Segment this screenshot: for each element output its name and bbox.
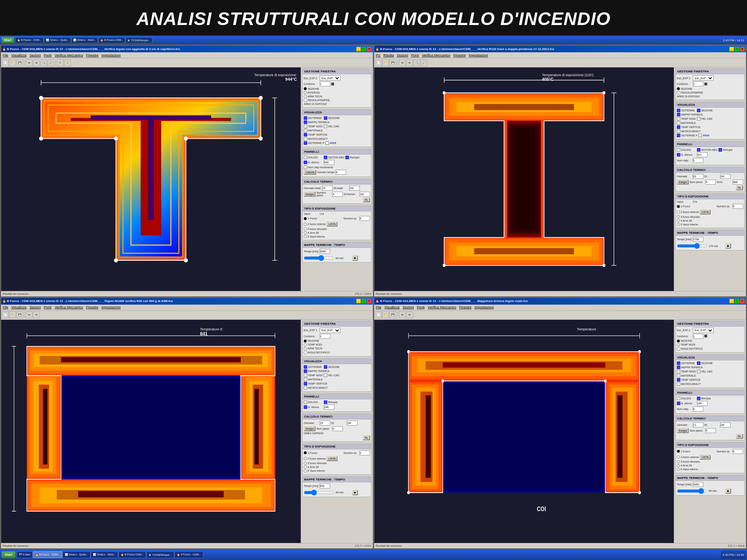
menu-impostazioni[interactable]: Impostazioni — [101, 53, 121, 57]
rp-passi[interactable] — [332, 192, 343, 197]
rp-giorni[interactable] — [322, 186, 333, 191]
rp-br-cont[interactable] — [693, 334, 703, 339]
tb-bl-3[interactable]: 💾 — [16, 311, 23, 318]
rp-bl-armi[interactable] — [304, 347, 307, 350]
rp-br-esc[interactable]: Esc_EXP 2 — [693, 328, 714, 333]
rp-tr-cb-mappa[interactable] — [677, 113, 680, 116]
rp-tr-cb-sol[interactable] — [677, 148, 680, 152]
rp-br-r5[interactable] — [677, 468, 680, 471]
panel-tl-canvas[interactable]: 174.8 441.5 1300 1200 1100 1000 900 — [1, 67, 301, 291]
tb-tr-6[interactable]: 🔍 — [413, 59, 420, 66]
minimize-btn-tr[interactable]: _ — [729, 47, 734, 52]
rp-cb-isoterme[interactable] — [304, 116, 307, 120]
tb-move[interactable]: ✋ — [64, 59, 71, 66]
menu-tr-finestre[interactable]: Finestre — [454, 53, 466, 57]
rp-cb-numer[interactable] — [304, 161, 307, 164]
rp-bl-v6[interactable] — [304, 378, 307, 381]
rp-br-p1[interactable] — [677, 397, 680, 400]
rp-bl-r5[interactable] — [304, 469, 307, 472]
rp-bl-dt[interactable] — [347, 421, 358, 425]
rp-bl-v4[interactable] — [304, 374, 307, 377]
rp-tr-dtn[interactable] — [733, 180, 743, 185]
rp-radio-fuoco[interactable] — [304, 217, 307, 220]
rp-cb-solido[interactable] — [304, 156, 307, 159]
rp-br-step[interactable] — [693, 407, 703, 411]
rp-tr-radio-sez[interactable] — [677, 87, 680, 90]
minimize-btn-br[interactable]: _ — [729, 299, 734, 303]
rp-calcola-btn[interactable]: Calcola — [304, 170, 316, 175]
rp-bl-nel[interactable] — [324, 405, 334, 410]
rp-tempo-val[interactable] — [336, 170, 346, 175]
menu-tr-impost[interactable]: Impostazioni — [469, 53, 488, 57]
rp-br-rl[interactable]: RL — [736, 434, 743, 439]
rp-num-rp[interactable] — [359, 216, 370, 221]
tb-item-fuoco2[interactable]: 🔥 B Fuoco-CDM... — [118, 551, 146, 558]
rp-numer-val[interactable] — [324, 160, 334, 165]
menu-bl-file[interactable]: File — [3, 305, 8, 309]
rp-tr-r-idr[interactable] — [677, 215, 680, 218]
rp-bl-p2[interactable] — [324, 400, 327, 404]
tb-open[interactable]: 📂 — [9, 59, 16, 66]
rp-br-rsez[interactable] — [677, 339, 680, 343]
rp-tr-cb-num[interactable] — [677, 153, 680, 156]
rp-bl-v3[interactable] — [304, 369, 307, 373]
tb-zoom-in[interactable]: 🔍 — [40, 59, 47, 66]
tb-bl-1[interactable]: 📄 — [2, 311, 9, 318]
menu-bl-ponti[interactable]: Ponti — [44, 305, 52, 309]
rp-br-v5[interactable] — [697, 370, 700, 373]
tb-br-5[interactable]: ➡ — [406, 311, 413, 318]
rp-br-v3[interactable] — [677, 366, 680, 369]
rp-radio-sezione[interactable] — [304, 87, 307, 90]
menu-tr-sezioni[interactable]: Sezioni — [397, 53, 408, 57]
rp-br-dt[interactable] — [720, 422, 731, 427]
rp-cb-sezione[interactable] — [324, 116, 327, 120]
maximize-btn-br[interactable]: □ — [734, 299, 739, 303]
minimize-btn[interactable]: _ — [356, 47, 361, 52]
menu-br-ponti[interactable]: Ponti — [417, 305, 425, 309]
rp-cb-temp-nodi[interactable] — [304, 125, 307, 128]
menu-tr-ponti[interactable]: Ponti — [411, 53, 419, 57]
taskbar-item[interactable]: 📊 Sinal.o - NDol... — [71, 37, 98, 43]
rp-cb-riempe[interactable] — [345, 156, 349, 159]
start-button-bottom[interactable]: Start — [1, 551, 16, 558]
rp-tr-passi[interactable] — [705, 180, 716, 185]
rp-dt[interactable] — [349, 186, 360, 191]
tb-br-1[interactable]: 📄 — [375, 311, 382, 318]
rp-br-r1[interactable] — [677, 450, 680, 453]
tb-tr-5[interactable]: ➡ — [406, 59, 413, 66]
rp-bl-slider[interactable] — [304, 490, 334, 496]
menu-br-file[interactable]: File — [376, 305, 381, 309]
menu-ps-file[interactable]: PS — [376, 53, 380, 57]
rp-tr-cb-mat[interactable] — [677, 121, 680, 125]
tb-tr-3[interactable]: 💾 — [389, 59, 396, 66]
rp-bl-giorni[interactable] — [320, 421, 330, 425]
rp-bl-rl[interactable]: RL — [363, 435, 370, 440]
tb-bl-4[interactable]: ⬅ — [26, 311, 33, 318]
rp-bl-esc[interactable]: Esc_EXP 1 — [320, 328, 341, 333]
tb-new[interactable]: 📄 — [2, 59, 9, 66]
close-btn-tr[interactable]: ✕ — [740, 47, 745, 52]
rp-bl-r2[interactable] — [304, 457, 307, 460]
rp-br-r3[interactable] — [677, 460, 680, 463]
menu-bl-vis[interactable]: Visualizza — [11, 305, 27, 309]
rp-cb-temp-vertice[interactable] — [304, 133, 307, 136]
rp-tr-cb-micro[interactable] — [677, 130, 680, 133]
tb-item-sinal1[interactable]: 📊 Sinal.o - Quda... — [63, 551, 91, 558]
rp-run-btn[interactable]: ▶ — [352, 255, 358, 261]
rp-br-passi[interactable] — [705, 428, 716, 433]
rp-tr-cb-vc[interactable] — [697, 117, 700, 120]
maximize-btn[interactable]: □ — [361, 47, 366, 52]
rp-tr-num-val[interactable] — [697, 152, 708, 157]
rp-br-nrp[interactable] — [733, 449, 743, 454]
rp-tr-cb-siz[interactable] — [697, 109, 700, 112]
tb-bl-2[interactable]: 📂 — [9, 311, 16, 318]
rp-tr-cb-rie[interactable] — [719, 148, 722, 152]
rp-br-p3[interactable] — [677, 402, 680, 405]
rp-cb-microc[interactable] — [304, 137, 307, 141]
rp-br-reg[interactable] — [677, 347, 680, 350]
panel-br-canvas[interactable]: 85 1300 1200 1100 1000 900 800 700 — [374, 320, 674, 543]
rp-br-v2[interactable] — [697, 361, 700, 365]
tb-item-sinal2[interactable]: 📊 Sinal.o - NDol... — [91, 551, 118, 558]
menu-br-fin[interactable]: Finestre — [459, 305, 472, 309]
rp-bl-sez[interactable] — [304, 339, 307, 343]
